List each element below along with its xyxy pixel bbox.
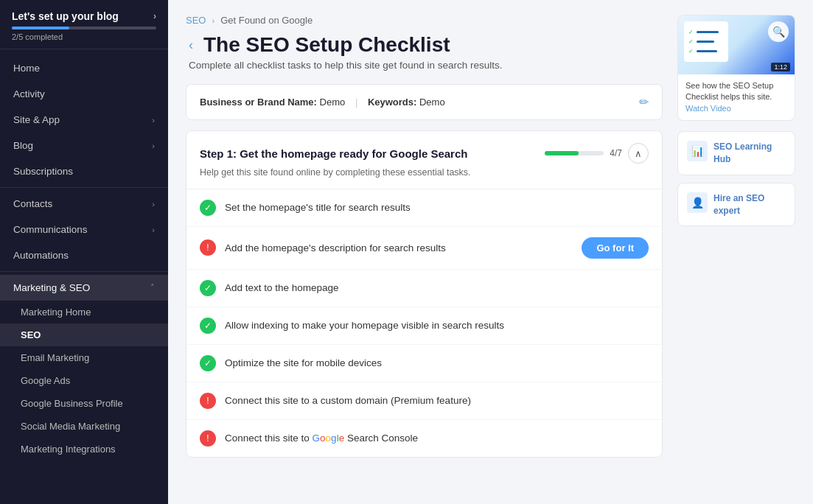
sidebar-item-blog[interactable]: Blog ›: [0, 133, 168, 158]
magnifier-icon: 🔍: [768, 21, 789, 42]
seo-expert-icon: 👤: [687, 192, 708, 213]
sidebar-item-communications[interactable]: Communications ›: [0, 217, 168, 242]
checklist-header-top: Step 1: Get the homepage ready for Googl…: [200, 143, 649, 164]
sidebar-sub-item-social-media-marketing[interactable]: Social Media Marketing: [0, 415, 168, 438]
progress-bar-bg: [12, 27, 156, 29]
chevron-right-icon: ›: [152, 141, 155, 150]
checklist-step-title: Step 1: Get the homepage ready for Googl…: [200, 147, 467, 160]
breadcrumb-page: Get Found on Google: [220, 15, 313, 26]
checklist-subtitle: Help get this site found online by compl…: [200, 167, 649, 180]
checklist-item: ✓ Allow indexing to make your homepage v…: [186, 307, 662, 345]
nav-divider: [0, 271, 168, 272]
progress-bar-fill: [12, 27, 69, 29]
content-left: SEO › Get Found on Google ‹ The SEO Setu…: [186, 15, 663, 489]
video-thumbnail[interactable]: ✓ ✓ ✓ 🔍: [678, 15, 795, 74]
sidebar-sub-item-marketing-integrations[interactable]: Marketing Integrations: [0, 438, 168, 461]
checklist-item: ! Add the homepage's description for sea…: [186, 227, 662, 270]
sidebar-setup: Let's set up your blog › 2/5 completed: [0, 0, 168, 49]
sidebar-item-home[interactable]: Home: [0, 55, 168, 81]
edit-icon[interactable]: ✏: [639, 95, 649, 109]
keywords-value: Demo: [419, 97, 445, 108]
hire-seo-expert-card[interactable]: 👤 Hire an SEO expert: [677, 183, 795, 227]
checklist-progress-bar-fill: [545, 151, 579, 155]
keywords-label: Keywords:: [368, 97, 416, 108]
status-icon-success: ✓: [200, 318, 216, 334]
status-icon-error: !: [200, 393, 216, 409]
sidebar-item-automations[interactable]: Automations: [0, 242, 168, 268]
checklist-item: ! Connect this site to Google Search Con…: [186, 420, 662, 457]
checklist-item: ✓ Optimize the site for mobile devices: [186, 345, 662, 382]
video-duration: 1:12: [771, 63, 790, 71]
go-for-it-button[interactable]: Go for It: [582, 237, 649, 259]
sidebar-item-subscriptions[interactable]: Subscriptions: [0, 158, 168, 184]
status-icon-error: !: [200, 239, 216, 256]
checklist-item-text: Connect this site to a custom domain (Pr…: [225, 395, 649, 406]
checklist-item: ✓ Add text to the homepage: [186, 270, 662, 307]
sidebar-item-contacts[interactable]: Contacts ›: [0, 191, 168, 217]
status-icon-error: !: [200, 430, 216, 447]
sidebar-nav: Home Activity Site & App › Blog › Subscr…: [0, 49, 168, 504]
sidebar-sub-item-email-marketing[interactable]: Email Marketing: [0, 346, 168, 369]
chevron-right-icon: ›: [152, 116, 155, 125]
checklist-item-text: Add text to the homepage: [225, 282, 649, 293]
seo-learning-hub-card[interactable]: 📊 SEO Learning Hub: [677, 131, 795, 175]
page-subtitle: Complete all checklist tasks to help thi…: [186, 60, 663, 71]
breadcrumb-seo-link[interactable]: SEO: [186, 15, 206, 26]
sidebar-item-site-app[interactable]: Site & App ›: [0, 107, 168, 133]
checklist-item-text: Add the homepage's description for searc…: [225, 242, 573, 253]
chevron-right-icon: ›: [153, 11, 156, 21]
checklist-item-google-console-text: Connect this site to Google Search Conso…: [225, 433, 649, 444]
checklist-item-text: Optimize the site for mobile devices: [225, 357, 649, 368]
sidebar-sub-item-google-business-profile[interactable]: Google Business Profile: [0, 392, 168, 415]
checklist-progress-area: 4/7 ∧: [545, 143, 649, 164]
sidebar-sub-item-seo[interactable]: SEO: [0, 323, 168, 346]
sidebar-item-activity[interactable]: Activity: [0, 81, 168, 107]
page-title: The SEO Setup Checklist: [203, 33, 450, 57]
breadcrumb-sep: ›: [212, 16, 214, 25]
sidebar-sub-item-google-ads[interactable]: Google Ads: [0, 369, 168, 392]
content-right: ✓ ✓ ✓ 🔍: [677, 15, 795, 489]
brand-value: Demo: [320, 97, 346, 108]
checklist-progress-bar-bg: [545, 151, 604, 155]
seo-hub-label: SEO Learning Hub: [713, 141, 786, 166]
sidebar-item-marketing-seo[interactable]: Marketing & SEO ˄: [0, 275, 168, 301]
chevron-right-icon: ›: [152, 200, 155, 209]
checklist-header: Step 1: Get the homepage ready for Googl…: [186, 131, 662, 189]
status-icon-success: ✓: [200, 280, 216, 296]
checklist-item-text: Allow indexing to make your homepage vis…: [225, 320, 649, 331]
status-icon-success: ✓: [200, 355, 216, 371]
info-card-text: Business or Brand Name: Demo | Keywords:…: [200, 97, 445, 108]
video-checklist-illustration: ✓ ✓ ✓: [684, 21, 728, 62]
status-icon-success: ✓: [200, 200, 216, 216]
content-area: SEO › Get Found on Google ‹ The SEO Setu…: [168, 0, 813, 504]
chevron-right-icon: ›: [152, 225, 155, 234]
checklist-item-text: Set the homepage's title for search resu…: [225, 202, 649, 213]
setup-progress-label: 2/5 completed: [12, 32, 156, 41]
sidebar: Let's set up your blog › 2/5 completed H…: [0, 0, 168, 504]
watch-video-link[interactable]: Watch Video: [685, 104, 731, 113]
page-title-row: ‹ The SEO Setup Checklist: [186, 33, 663, 57]
checklist-item: ! Connect this site to a custom domain (…: [186, 382, 662, 420]
main-content: SEO › Get Found on Google ‹ The SEO Setu…: [168, 0, 813, 504]
checklist-card: Step 1: Get the homepage ready for Googl…: [186, 130, 663, 458]
checklist-progress-text: 4/7: [610, 148, 622, 158]
seo-expert-label: Hire an SEO expert: [713, 192, 786, 217]
video-caption: See how the SEO Setup Checklist helps th…: [678, 74, 795, 120]
info-card: Business or Brand Name: Demo | Keywords:…: [186, 84, 663, 120]
breadcrumb: SEO › Get Found on Google: [186, 15, 663, 26]
checklist-item: ✓ Set the homepage's title for search re…: [186, 189, 662, 227]
sidebar-setup-title[interactable]: Let's set up your blog ›: [12, 10, 156, 22]
seo-hub-icon: 📊: [687, 141, 708, 161]
checklist-toggle-button[interactable]: ∧: [628, 143, 649, 164]
brand-label: Business or Brand Name:: [200, 97, 317, 108]
nav-divider: [0, 187, 168, 188]
sidebar-sub-item-marketing-home[interactable]: Marketing Home: [0, 301, 168, 323]
video-preview-card: ✓ ✓ ✓ 🔍: [677, 15, 795, 121]
back-button[interactable]: ‹: [186, 38, 196, 53]
chevron-down-icon: ˄: [150, 283, 155, 293]
google-text: Google: [313, 433, 347, 444]
